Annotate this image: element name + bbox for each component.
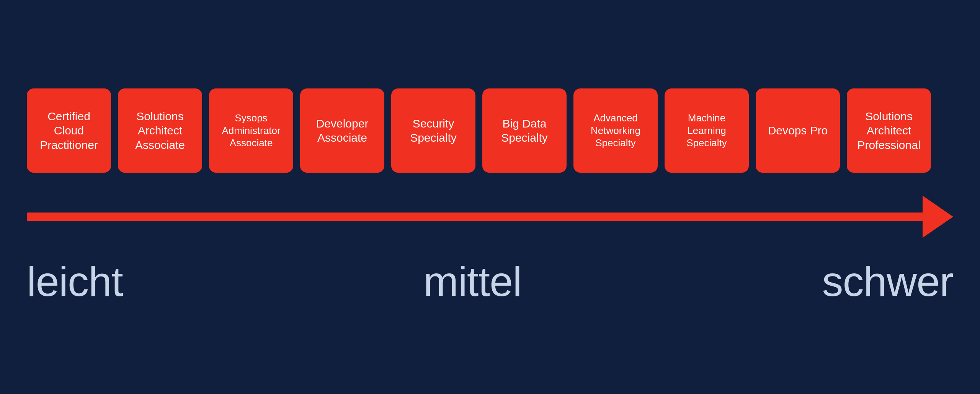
difficulty-arrow-row [23,196,957,238]
card-advanced-networking-specialty: Advanced Networking Specialty [573,88,658,173]
card-big-data-specialty: Big Data Specialty [482,88,567,173]
card-developer-associate: Developer Associate [300,88,384,173]
card-certified-cloud-practitioner: Certified Cloud Practitioner [27,88,111,173]
card-machine-learning-specialty: Machine Learning Specialty [665,88,749,173]
main-container: Certified Cloud Practitioner Solutions A… [0,0,980,394]
arrow-line [27,213,923,221]
label-hard: schwer [822,257,953,306]
cards-row: Certified Cloud Practitioner Solutions A… [23,88,957,173]
difficulty-labels-row: leicht mittel schwer [23,257,957,306]
card-solutions-architect-professional: Solutions Architect Professional [847,88,931,173]
card-security-specialty: Security Specialty [391,88,475,173]
card-solutions-architect-associate: Solutions Architect Associate [118,88,202,173]
arrow-head [923,196,953,238]
card-devops-pro: Devops Pro [756,88,840,173]
card-sysops-administrator-associate: Sysops Administrator Associate [209,88,293,173]
label-easy: leicht [27,257,123,306]
label-medium: mittel [423,257,522,306]
